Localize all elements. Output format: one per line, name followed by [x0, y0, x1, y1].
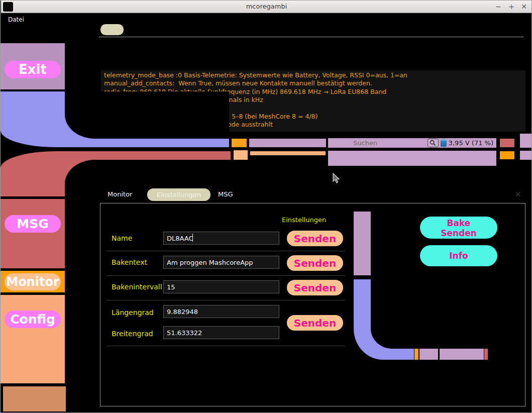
decor-segment-orange [414, 349, 418, 360]
battery-status: 3,95 V (71 %) [449, 139, 493, 147]
app-window: mcoregambi − + ✕ Datei telemetry_mode_ba… [0, 0, 532, 413]
separator [107, 346, 345, 346]
separator [107, 300, 345, 300]
sidebar-block-bottom [3, 386, 66, 411]
info-button[interactable]: Info [420, 245, 497, 266]
band-segment-orange [232, 139, 247, 147]
bakentext-field[interactable] [163, 256, 279, 269]
sidebar-block-msg [1, 199, 65, 268]
send-bakentext-button[interactable]: Senden [287, 255, 343, 271]
field-label-breitengrad: Breitengrad [112, 330, 153, 338]
separator [107, 251, 345, 251]
separator [107, 275, 345, 276]
mouse-cursor-icon [333, 173, 341, 184]
search-input[interactable]: Suchen [353, 139, 377, 147]
decor-segment-red [484, 349, 488, 360]
monitor-button[interactable]: Monitor [5, 273, 61, 290]
telemetry-line: manual_add_contacts: Wenn True, müssen n… [104, 79, 525, 87]
menu-item-datei[interactable]: Datei [6, 15, 26, 24]
search-bar[interactable]: Suchen 3,95 V (71 %) [328, 138, 496, 148]
name-field[interactable] [163, 232, 279, 245]
decor-segment-mauve [440, 349, 484, 360]
battery-icon [441, 139, 447, 147]
maximize-button[interactable]: + [506, 2, 517, 12]
exit-button[interactable]: Exit [5, 61, 61, 78]
decor-segment-mauve [419, 349, 438, 360]
send-name-button[interactable]: Senden [287, 231, 343, 246]
bake-senden-line2: Senden [423, 228, 494, 238]
bakenintervall-field[interactable] [163, 280, 279, 293]
band-segment-red [500, 139, 514, 147]
field-label-bakenintervall: Bakenintervall [112, 283, 162, 291]
minimize-button[interactable]: − [493, 2, 504, 12]
telemetry-line: telemetry_mode_base :0 Basis-Telemetrie:… [104, 71, 525, 79]
band-segment-orange-right [500, 151, 514, 159]
field-label-bakentext: Bakentext [112, 258, 147, 266]
close-button[interactable]: ✕ [518, 2, 529, 12]
band-segment-mauve [249, 139, 326, 147]
top-rail-line [99, 37, 523, 37]
decor-elbow-periwinkle [354, 279, 414, 360]
field-label-name: Name [112, 234, 132, 242]
send-position-button[interactable]: Senden [287, 315, 343, 331]
close-icon[interactable]: ✕ [513, 190, 522, 199]
bake-senden-button[interactable]: Bake Senden [420, 217, 497, 239]
decor-bar-mauve [354, 212, 371, 275]
tab-msg[interactable]: MSG [218, 190, 233, 198]
top-rail-pill [100, 24, 124, 35]
titlebar: mcoregambi − + ✕ [1, 1, 532, 13]
band-strip-peach [250, 151, 326, 155]
field-label-laengengrad: Längengrad [112, 308, 154, 317]
band-segment-purple-right-bottom [520, 151, 531, 160]
breitengrad-field[interactable] [163, 326, 279, 339]
config-button[interactable]: Config [5, 311, 61, 328]
band-segment-purple-right-top [520, 134, 531, 148]
band-segment-peach [234, 150, 248, 160]
band-segment-purple-wide [328, 151, 496, 166]
search-icon[interactable] [428, 139, 439, 147]
tab-monitor[interactable]: Monitor [108, 190, 132, 198]
bake-senden-line1: Bake [423, 218, 494, 228]
tab-einstellungen[interactable]: Einstellungen [147, 188, 210, 201]
lcars-elbow-periwinkle [1, 91, 229, 147]
laengengrad-field[interactable] [163, 305, 279, 318]
window-title: mcoregambi [1, 3, 532, 10]
msg-button[interactable]: MSG [5, 215, 61, 233]
send-bakenintervall-button[interactable]: Senden [287, 280, 343, 295]
text-caret [192, 234, 193, 242]
form-heading: Einstellungen [282, 216, 326, 224]
sidebar-block-config [1, 295, 65, 383]
